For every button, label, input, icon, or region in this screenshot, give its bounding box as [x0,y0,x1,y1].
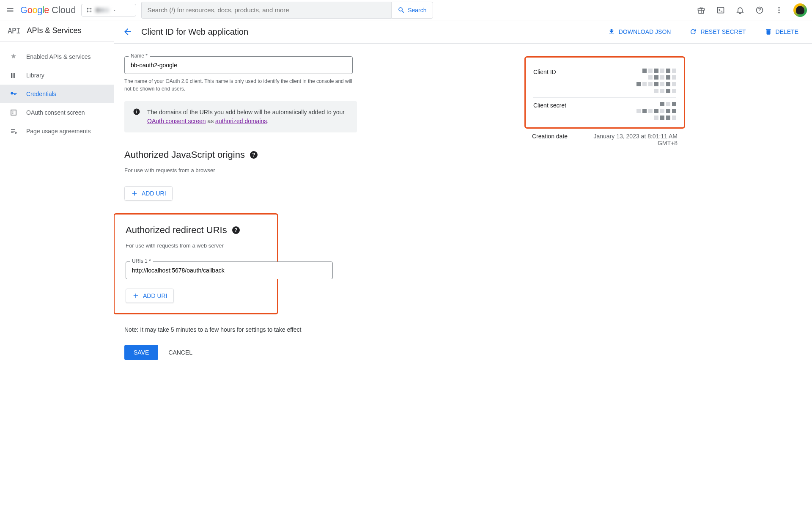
sidebar-header: API APIs & Services [0,20,114,41]
download-json-button[interactable]: DOWNLOAD JSON [603,25,676,38]
creation-date-value: January 13, 2023 at 8:01:11 AM GMT+8 [576,133,678,146]
help-icon[interactable]: ? [250,151,258,159]
info-icon [133,108,140,126]
project-selector[interactable] [81,4,136,17]
sidebar-item-label: Enabled APIs & services [26,53,91,60]
avatar[interactable] [793,3,807,17]
creation-date-row: Creation date January 13, 2023 at 8:01:1… [524,129,685,151]
sidebar-item-label: OAuth consent screen [26,109,85,116]
info-box: The domains of the URIs you add below wi… [124,101,357,132]
oauth-consent-link[interactable]: OAuth consent screen [147,118,206,124]
svg-rect-12 [13,73,14,78]
name-input[interactable] [124,56,353,74]
library-icon [9,71,18,80]
section-title-text: Authorized redirect URIs [126,225,227,236]
info-text: The domains of the URIs you add below wi… [147,109,345,116]
info-text: as [206,118,216,124]
svg-rect-13 [14,73,15,78]
name-label: Name * [129,53,150,59]
svg-point-8 [778,7,779,8]
delete-button[interactable]: DELETE [760,25,804,38]
client-secret-label: Client secret [533,102,566,120]
sidebar-item-page-usage[interactable]: Page usage agreements [0,122,114,140]
search-icon [398,6,405,14]
svg-point-10 [778,12,779,13]
agreements-icon [9,127,18,135]
top-bar: Google Cloud Search [0,0,812,20]
add-uri-label: ADD URI [142,190,166,197]
button-row: SAVE CANCEL [124,345,482,360]
add-uri-label: ADD URI [143,292,167,299]
redirect-title: Authorized redirect URIs ? [126,225,267,236]
sidebar-item-oauth-consent[interactable]: OAuth consent screen [0,103,114,122]
svg-rect-14 [11,110,16,115]
svg-rect-11 [11,73,12,78]
enabled-apis-icon [9,52,18,61]
js-origins-sub: For use with requests from a browser [124,167,482,173]
topbar-right [696,3,807,17]
name-field-wrapper: Name * [124,56,482,74]
svg-rect-6 [718,7,724,13]
more-icon[interactable] [774,5,784,15]
add-uri-button-redirect[interactable]: ADD URI [126,289,174,303]
google-cloud-logo[interactable]: Google Cloud [20,5,76,15]
chevron-down-icon [112,8,117,13]
trash-icon [765,28,772,36]
reset-icon [689,28,697,36]
client-id-label: Client ID [533,69,556,93]
reset-secret-label: RESET SECRET [700,28,746,35]
uri1-input[interactable] [126,261,333,279]
add-uri-button-js[interactable]: ADD URI [124,186,173,201]
authorized-domains-link[interactable]: authorized domains [215,118,267,124]
sidebar-item-credentials[interactable]: Credentials [0,85,114,103]
svg-point-18 [136,110,137,110]
cancel-button[interactable]: CANCEL [168,349,192,356]
search-input[interactable] [148,6,386,14]
js-origins-title: Authorized JavaScript origins ? [124,149,482,160]
client-id-row: Client ID [533,64,676,98]
search-container: Search [141,2,433,19]
help-icon[interactable] [754,5,765,15]
menu-icon[interactable] [5,5,15,15]
sidebar-item-label: Credentials [26,91,56,97]
sidebar-item-label: Library [26,72,44,79]
sidebar-item-label: Page usage agreements [26,128,91,135]
uri1-wrapper: URIs 1 * [126,261,267,279]
download-json-label: DOWNLOAD JSON [619,28,671,35]
svg-rect-17 [136,111,137,113]
help-icon[interactable]: ? [232,226,240,234]
name-help: The name of your OAuth 2.0 client. This … [124,77,353,93]
cloud-shell-icon[interactable] [716,5,726,15]
gift-icon[interactable] [696,5,706,15]
uri1-label: URIs 1 * [130,258,153,264]
sidebar: API APIs & Services Enabled APIs & servi… [0,20,114,531]
svg-point-15 [15,132,16,133]
sidebar-item-library[interactable]: Library [0,66,114,85]
info-text: . [267,118,269,124]
search-button-label: Search [408,7,426,14]
sidebar-title: APIs & Services [27,26,82,35]
sidebar-item-enabled-apis[interactable]: Enabled APIs & services [0,47,114,66]
client-secret-row: Client secret [533,98,676,124]
section-title-text: Authorized JavaScript origins [124,149,245,160]
search-box[interactable] [141,2,392,19]
client-info-highlight: Client ID Client secret [524,56,685,129]
svg-point-9 [778,9,779,11]
cloud-label: Cloud [52,5,76,16]
back-button[interactable] [123,27,133,37]
page-header: Client ID for Web application DOWNLOAD J… [114,20,812,44]
client-secret-redacted [636,102,676,120]
consent-icon [9,108,18,117]
search-button[interactable]: Search [391,2,433,19]
plus-icon [132,292,140,300]
redirect-sub: For use with requests from a web server [126,242,267,249]
note-text: Note: It may take 5 minutes to a few hou… [124,326,482,333]
delete-label: DELETE [776,28,798,35]
content: Client ID for Web application DOWNLOAD J… [114,20,812,531]
reset-secret-button[interactable]: RESET SECRET [684,25,751,38]
api-icon: API [8,26,20,35]
save-button[interactable]: SAVE [124,345,158,360]
project-name-redacted [96,8,109,12]
notifications-icon[interactable] [735,5,745,15]
plus-icon [131,190,138,197]
